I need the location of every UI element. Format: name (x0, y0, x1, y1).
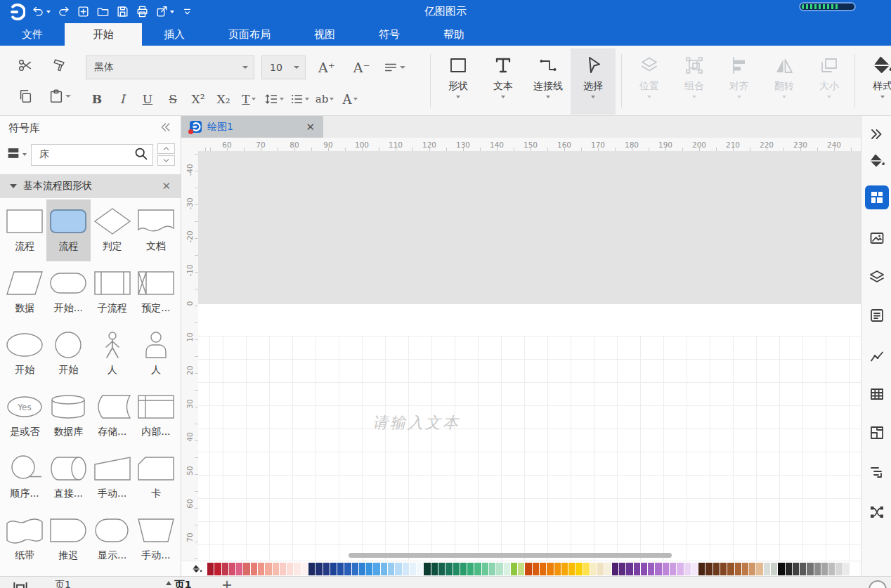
align-caret-icon[interactable] (400, 66, 405, 69)
connector-tool-button[interactable]: 连接线 (526, 48, 571, 115)
decrease-font-button[interactable]: A⁻ (348, 60, 376, 75)
color-swatch[interactable] (352, 563, 358, 575)
select-tool-button[interactable]: 选择 (571, 48, 616, 115)
bold-button[interactable]: B (84, 87, 110, 111)
color-swatch[interactable] (691, 563, 698, 575)
color-swatch[interactable] (431, 563, 438, 575)
paste-caret-icon[interactable] (65, 95, 71, 98)
color-swatch[interactable] (756, 563, 762, 575)
shape-item-subprocess[interactable]: 子流程 (91, 261, 134, 323)
color-swatch[interactable] (641, 563, 647, 575)
color-swatch[interactable] (316, 563, 322, 575)
color-swatch[interactable] (561, 563, 568, 575)
color-swatch[interactable] (634, 563, 640, 575)
search-input[interactable] (39, 149, 134, 160)
active-page-tab[interactable]: 页1 (174, 578, 192, 588)
page-menu-icon[interactable] (166, 581, 171, 585)
color-swatch[interactable] (251, 563, 257, 575)
scroll-down-button[interactable] (157, 155, 175, 166)
color-swatch[interactable] (381, 563, 387, 575)
color-swatch[interactable] (207, 563, 214, 575)
cut-button[interactable] (18, 58, 33, 73)
menu-tab-页面布局[interactable]: 页面布局 (207, 23, 292, 46)
color-swatch[interactable] (778, 563, 784, 575)
color-swatch[interactable] (742, 563, 748, 575)
color-swatch[interactable] (229, 563, 235, 575)
color-swatch[interactable] (330, 563, 337, 575)
color-swatch[interactable] (301, 563, 308, 575)
font-size-select[interactable]: 10 (261, 55, 306, 79)
color-swatch[interactable] (705, 563, 712, 575)
color-swatch[interactable] (626, 563, 632, 575)
color-swatch[interactable] (511, 563, 517, 575)
close-section-icon[interactable]: ✕ (162, 180, 171, 192)
character-spacing-button[interactable]: ab (312, 87, 337, 111)
color-swatch[interactable] (764, 563, 770, 575)
shape-item-circle[interactable]: 开始 (46, 323, 90, 385)
color-swatch[interactable] (835, 563, 842, 575)
fill-color-icon[interactable] (191, 563, 202, 575)
format-painter-button[interactable] (52, 58, 67, 73)
underline-button[interactable]: U (135, 87, 160, 111)
color-swatch[interactable] (648, 563, 654, 575)
color-swatch[interactable] (236, 563, 242, 575)
shape-item-yesno[interactable]: Yes是或否 (3, 385, 46, 447)
chevron-down-icon[interactable] (880, 96, 885, 98)
chevron-down-icon[interactable] (294, 66, 299, 69)
symbol-library-button[interactable] (861, 183, 891, 211)
menu-tab-符号[interactable]: 符号 (357, 23, 422, 46)
color-swatch[interactable] (424, 563, 430, 575)
color-swatch[interactable] (735, 563, 741, 575)
color-swatch[interactable] (828, 563, 835, 575)
chevron-down-icon[interactable] (456, 96, 460, 98)
color-swatch[interactable] (612, 563, 618, 575)
library-section-header[interactable]: 基本流程图形状 ✕ (0, 174, 181, 198)
expand-panel-button[interactable] (861, 122, 891, 150)
layers-button[interactable] (861, 264, 891, 292)
chevron-down-icon[interactable] (546, 96, 550, 98)
add-page-button[interactable]: + (221, 577, 233, 588)
notes-button[interactable] (861, 303, 891, 331)
color-swatch[interactable] (821, 563, 828, 575)
collapse-section-icon[interactable] (10, 184, 17, 188)
color-swatch[interactable] (366, 563, 372, 575)
color-swatch[interactable] (771, 563, 777, 575)
color-swatch[interactable] (525, 563, 531, 575)
collapse-panel-button[interactable] (158, 120, 172, 137)
color-swatch[interactable] (504, 563, 510, 575)
copy-button[interactable] (18, 89, 33, 104)
color-swatch[interactable] (258, 563, 264, 575)
search-icon[interactable] (134, 146, 148, 164)
fit-window-icon[interactable] (11, 579, 30, 588)
color-swatch[interactable] (417, 563, 423, 575)
chevron-down-icon[interactable] (591, 96, 595, 98)
color-swatch[interactable] (214, 563, 221, 575)
color-swatch[interactable] (568, 563, 575, 575)
chevron-down-icon[interactable] (330, 98, 334, 100)
line-spacing-button[interactable] (261, 87, 287, 111)
color-swatch[interactable] (403, 563, 409, 575)
menu-tab-帮助[interactable]: 帮助 (422, 23, 486, 46)
floor-plan-button[interactable] (861, 420, 891, 448)
library-drawer-button[interactable] (6, 145, 27, 164)
color-swatch[interactable] (655, 563, 661, 575)
shape-item-parallelogram[interactable]: 数据 (3, 261, 46, 323)
shape-item-predefined[interactable]: 预定... (134, 261, 178, 323)
color-swatch[interactable] (677, 563, 683, 575)
scroll-up-button[interactable] (157, 143, 175, 154)
color-swatch[interactable] (373, 563, 379, 575)
color-swatch[interactable] (337, 563, 344, 575)
shape-item-document[interactable]: 文档 (134, 200, 178, 261)
color-swatch[interactable] (604, 563, 611, 575)
shape-item-person[interactable]: 人 (134, 323, 178, 385)
color-swatch[interactable] (670, 563, 676, 575)
drawer-caret-icon[interactable] (22, 153, 27, 156)
close-tab-icon[interactable]: ✕ (306, 121, 315, 133)
increase-font-button[interactable]: A⁺ (313, 60, 341, 75)
color-swatch[interactable] (222, 563, 228, 575)
color-swatch[interactable] (308, 563, 315, 575)
chevron-down-icon[interactable] (252, 98, 256, 100)
color-swatch[interactable] (395, 563, 401, 575)
menu-tab-视图[interactable]: 视图 (292, 23, 357, 46)
color-swatch[interactable] (273, 563, 279, 575)
